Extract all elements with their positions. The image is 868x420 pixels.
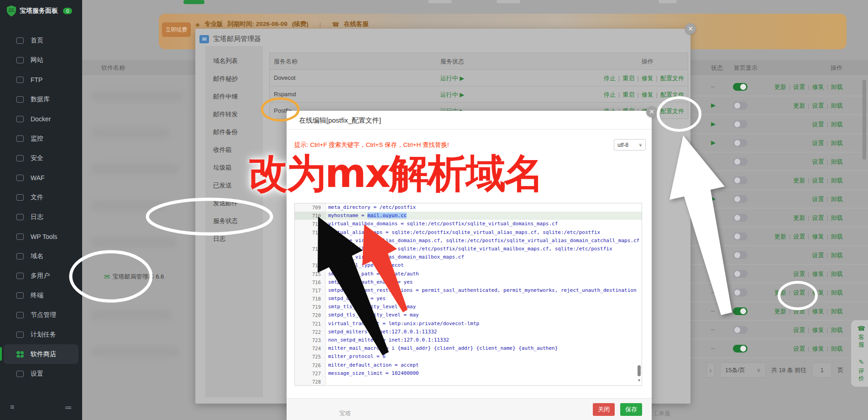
app-action-link[interactable]: 修复 [812,233,824,240]
app-action-link[interactable]: 卸载 [831,308,843,315]
top-green-button-fragment[interactable] [183,0,204,4]
service-action-link[interactable]: 重启 [622,75,634,82]
sidebar-item-home[interactable]: 首页 [0,31,82,50]
app-action-link[interactable]: 修复 [812,270,824,277]
scrollbar-thumb[interactable] [863,80,866,160]
app-action-link[interactable]: 卸载 [831,83,843,90]
sidebar-item-monitor[interactable]: 监控 [0,129,82,148]
app-action-link[interactable]: 卸载 [831,102,843,109]
review-tab-label[interactable]: 评价 [858,368,865,382]
app-action-link[interactable]: 更新 [774,289,786,296]
home-display-toggle[interactable] [733,120,748,128]
home-display-toggle[interactable] [733,345,748,353]
close-icon[interactable]: ✕ [685,23,696,34]
close-button[interactable]: 关闭 [593,403,615,416]
mail-menu-item[interactable]: 日志 [205,230,263,248]
app-action-link[interactable]: 卸载 [831,233,843,240]
sidebar-item-logs[interactable]: 日志 [0,207,82,227]
service-action-link[interactable]: 重启 [622,91,634,98]
app-action-link[interactable]: 更新 [774,308,786,315]
sidebar-item-app-store[interactable]: 软件商店 [4,344,78,364]
app-action-link[interactable]: 设置 [793,83,805,90]
sidebar-item-node-manage[interactable]: 节点管理 [0,305,82,325]
mail-menu-item[interactable]: 邮件备份 [205,123,263,141]
page-size-select[interactable]: 15条/页∨ [720,363,766,378]
service-action-link[interactable]: 修复 [642,91,654,98]
service-action-link[interactable]: 配置文件 [660,91,684,98]
app-action-link[interactable]: 卸载 [831,158,843,165]
home-display-toggle[interactable] [733,102,748,109]
app-action-link[interactable]: 卸载 [831,140,843,146]
sidebar-item-files[interactable]: 文件 [0,187,82,207]
logo[interactable]: 宝塔服务面板 0 [6,5,72,16]
app-action-link[interactable]: 设置 [812,252,824,259]
service-status-running[interactable]: 运行中 ▶ [425,74,480,83]
sidebar-item-database[interactable]: 数据库 [0,89,82,109]
menu-list-icon[interactable]: ≔ [65,403,72,412]
app-action-link[interactable]: 卸载 [831,214,843,221]
app-action-link[interactable]: 修复 [812,83,824,90]
home-display-toggle[interactable] [733,233,748,240]
home-display-toggle[interactable] [733,83,748,91]
renew-link[interactable]: (续费) [292,20,309,28]
app-action-link[interactable]: 设置 [793,289,805,296]
app-action-link[interactable]: 卸载 [831,196,843,202]
app-action-link[interactable]: 设置 [812,196,824,202]
collapse-sidebar-icon[interactable]: ≡ [10,403,14,412]
app-action-link[interactable]: 设置 [793,345,805,352]
app-action-link[interactable]: 卸载 [831,345,843,352]
app-action-link[interactable]: 更新 [793,214,805,221]
app-action-link[interactable]: 更新 [793,102,805,109]
app-action-link[interactable]: 设置 [812,102,824,109]
service-action-link[interactable]: 修复 [642,75,654,82]
close-icon[interactable]: ✕ [646,106,657,117]
scroll-down-icon[interactable]: ▼ [637,378,641,383]
app-action-link[interactable]: 卸载 [831,289,843,296]
sidebar-item-wp-tools[interactable]: WP Tools [0,227,82,246]
service-action-link[interactable]: 配置文件 [660,108,684,114]
app-action-link[interactable]: 设置 [812,158,824,165]
mail-menu-item[interactable]: 发送邮件 [205,194,263,212]
app-action-link[interactable]: 卸载 [831,121,843,128]
sidebar-item-website[interactable]: 网站 [0,50,82,70]
app-action-link[interactable]: 卸载 [831,177,843,184]
app-action-link[interactable]: 修复 [812,308,824,315]
service-status-running[interactable]: 运行中 ▶ [425,91,480,99]
support-tab-label[interactable]: 客服 [858,334,865,348]
floating-support-widget[interactable]: ☎ 客服 ✎ 评价 [851,320,868,387]
app-action-link[interactable]: 卸载 [831,327,843,333]
mail-menu-item[interactable]: 邮件秘抄 [205,70,263,88]
app-action-link[interactable]: 卸载 [831,270,843,277]
sidebar-item-multi-user[interactable]: 多用户 [0,266,82,285]
renew-now-button[interactable]: 立即续费 [162,22,191,37]
app-action-link[interactable]: 设置 [812,214,824,221]
home-display-toggle[interactable] [733,270,748,278]
app-action-link[interactable]: 修复 [812,345,824,352]
app-action-link[interactable]: 设置 [812,140,824,146]
sidebar-item-waf[interactable]: WAF [0,168,82,187]
home-display-toggle[interactable] [733,214,748,222]
home-display-toggle[interactable] [733,289,748,296]
mail-menu-item[interactable]: 邮件转发 [205,105,263,123]
scrollbar-thumb[interactable] [638,365,641,376]
mail-menu-item[interactable]: 域名列表 [205,52,263,70]
sidebar-item-ftp[interactable]: FTP [0,70,82,89]
page-number-input[interactable]: 1 [812,363,832,378]
notification-badge[interactable]: 0 [63,8,72,14]
app-action-link[interactable]: 更新 [774,83,786,90]
app-action-link[interactable]: 更新 [793,177,805,184]
mail-menu-item[interactable]: 邮件中继 [205,88,263,105]
sidebar-item-terminal[interactable]: 终端 [0,285,82,305]
app-action-link[interactable]: 设置 [812,121,824,128]
service-action-link[interactable]: 停止 [604,91,616,98]
home-display-toggle[interactable] [733,176,748,184]
app-action-link[interactable]: 设置 [812,177,824,184]
app-row-mail-manager[interactable]: ✉ 宝塔邮局管理器 6.6 [104,273,164,281]
home-display-toggle[interactable] [733,195,748,203]
app-action-link[interactable]: 设置 [793,270,805,277]
app-action-link[interactable]: 更新 [774,233,786,240]
sidebar-item-cron[interactable]: 计划任务 [0,325,82,344]
sidebar-item-security[interactable]: 安全 [0,148,82,168]
home-display-toggle[interactable] [733,158,748,166]
save-button[interactable]: 保存 [620,403,642,416]
